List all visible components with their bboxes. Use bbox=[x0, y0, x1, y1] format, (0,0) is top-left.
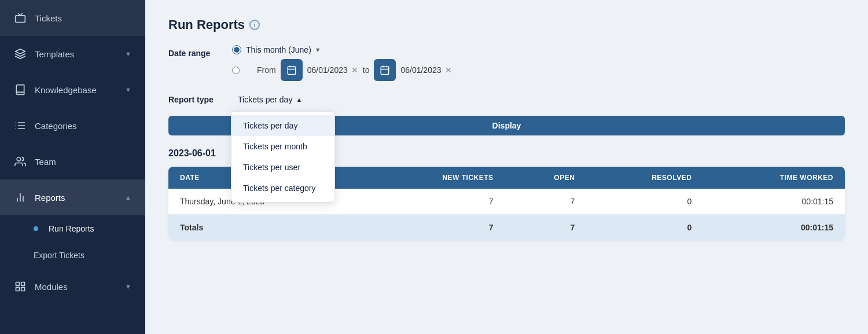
sidebar-item-label: Categories bbox=[35, 121, 77, 131]
report-type-value: Tickets per day bbox=[238, 95, 292, 104]
sidebar-item-label: Tickets bbox=[35, 13, 62, 23]
from-label: From bbox=[257, 65, 276, 75]
dropdown-item-per-month[interactable]: Tickets per month bbox=[231, 136, 334, 157]
svg-rect-15 bbox=[16, 288, 20, 291]
totals-row: Totals 7 7 0 00:01:15 bbox=[168, 215, 845, 241]
sidebar-item-label: Team bbox=[35, 157, 56, 167]
to-label: to bbox=[363, 65, 370, 75]
chevron-down-icon: ▼ bbox=[125, 86, 131, 93]
to-date-wrapper: 06/01/2023 ✕ bbox=[400, 65, 451, 75]
cell-new-tickets: 7 bbox=[367, 189, 505, 215]
to-date-value: 06/01/2023 bbox=[400, 65, 441, 75]
col-time-worked: TIME WORKED bbox=[703, 167, 845, 189]
sidebar-item-knowledgebase[interactable]: Knowledgebase ▼ bbox=[0, 72, 145, 108]
cell-time-worked: 00:01:15 bbox=[703, 189, 845, 215]
dropdown-item-per-user[interactable]: Tickets per user bbox=[231, 157, 334, 178]
chevron-down-icon: ▼ bbox=[315, 46, 321, 53]
ticket-icon bbox=[14, 12, 27, 24]
svg-rect-14 bbox=[21, 288, 25, 291]
sidebar-item-label: Knowledgebase bbox=[35, 85, 97, 95]
this-month-radio[interactable] bbox=[232, 45, 241, 54]
report-type-dropdown: Tickets per day Tickets per month Ticket… bbox=[231, 111, 335, 203]
sidebar-item-team[interactable]: Team bbox=[0, 144, 145, 179]
sidebar-sub-item-label: Export Tickets bbox=[34, 251, 84, 260]
sidebar-sub-item-label: Run Reports bbox=[49, 224, 94, 233]
svg-rect-20 bbox=[381, 67, 389, 75]
sidebar-item-modules[interactable]: Modules ▼ bbox=[0, 269, 145, 304]
from-date-clear-button[interactable]: ✕ bbox=[351, 65, 358, 75]
from-calendar-button[interactable] bbox=[281, 59, 303, 81]
svg-marker-1 bbox=[16, 49, 25, 54]
svg-point-8 bbox=[17, 157, 21, 162]
sidebar-sub-item-export-tickets[interactable]: Export Tickets bbox=[0, 242, 145, 269]
col-open: OPEN bbox=[505, 167, 587, 189]
dropdown-item-per-category[interactable]: Tickets per category bbox=[231, 178, 334, 199]
col-new-tickets: NEW TICKETS bbox=[367, 167, 505, 189]
date-range-controls: Date range This month (June) ▼ From 06/0… bbox=[168, 45, 845, 81]
chevron-up-icon: ▲ bbox=[296, 96, 302, 103]
list-icon bbox=[14, 120, 27, 131]
totals-time-worked: 00:01:15 bbox=[703, 215, 845, 241]
active-dot bbox=[34, 226, 38, 231]
sidebar-item-reports[interactable]: Reports ▲ bbox=[0, 179, 145, 215]
report-type-select[interactable]: Tickets per day ▲ bbox=[232, 91, 308, 108]
sidebar-sub-item-run-reports[interactable]: Run Reports bbox=[0, 215, 145, 242]
sidebar-item-label: Templates bbox=[35, 49, 74, 59]
book-icon bbox=[14, 84, 27, 96]
sidebar-item-templates[interactable]: Templates ▼ bbox=[0, 36, 145, 72]
report-type-row: Report type Tickets per day ▲ Tickets pe… bbox=[168, 91, 845, 108]
svg-rect-12 bbox=[16, 282, 20, 286]
svg-rect-16 bbox=[288, 67, 296, 75]
team-icon bbox=[14, 156, 27, 167]
svg-rect-13 bbox=[21, 282, 25, 286]
sidebar-item-label: Reports bbox=[35, 193, 65, 203]
totals-resolved: 0 bbox=[586, 215, 703, 241]
sidebar: Tickets Templates ▼ Knowledgebase ▼ Cate… bbox=[0, 0, 145, 334]
this-month-radio-row: This month (June) ▼ bbox=[232, 45, 452, 54]
totals-open: 7 bbox=[505, 215, 587, 241]
custom-date-row: From 06/01/2023 ✕ to 06/01/2023 ✕ bbox=[232, 59, 452, 81]
dropdown-item-per-day[interactable]: Tickets per day bbox=[231, 115, 334, 136]
grid-icon bbox=[14, 281, 27, 292]
page-title: Run Reports i bbox=[168, 17, 845, 32]
sidebar-item-tickets[interactable]: Tickets bbox=[0, 0, 145, 36]
to-calendar-button[interactable] bbox=[374, 59, 396, 81]
totals-new-tickets: 7 bbox=[367, 215, 505, 241]
cell-resolved: 0 bbox=[586, 189, 703, 215]
custom-date-radio[interactable] bbox=[232, 67, 240, 74]
chevron-down-icon: ▼ bbox=[125, 283, 131, 290]
to-date-clear-button[interactable]: ✕ bbox=[445, 65, 452, 75]
main-content: Run Reports i Date range This month (Jun… bbox=[145, 0, 868, 334]
from-date-value: 06/01/2023 bbox=[307, 65, 348, 75]
chart-icon bbox=[14, 192, 27, 203]
layers-icon bbox=[14, 48, 27, 60]
col-resolved: RESOLVED bbox=[586, 167, 703, 189]
report-type-label: Report type bbox=[168, 95, 232, 104]
chevron-down-icon: ▼ bbox=[125, 50, 131, 57]
info-icon[interactable]: i bbox=[249, 20, 260, 30]
date-range-label: Date range bbox=[168, 45, 232, 58]
this-month-label[interactable]: This month (June) ▼ bbox=[246, 45, 321, 54]
svg-rect-0 bbox=[16, 16, 25, 23]
sidebar-item-categories[interactable]: Categories bbox=[0, 108, 145, 144]
cell-open: 7 bbox=[505, 189, 587, 215]
sidebar-item-label: Modules bbox=[35, 282, 68, 292]
totals-label: Totals bbox=[168, 215, 367, 241]
chevron-up-icon: ▲ bbox=[125, 194, 131, 201]
from-date-wrapper: 06/01/2023 ✕ bbox=[307, 65, 358, 75]
